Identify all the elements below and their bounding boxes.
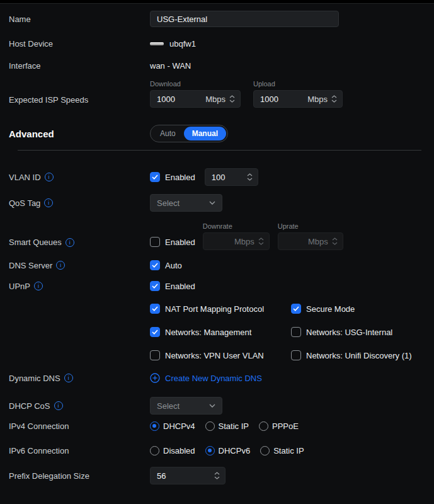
plus-circle-icon [150,373,160,383]
chevron-up-icon[interactable] [331,95,337,98]
network-management-label: Networks: Management [165,328,251,337]
check-icon [152,306,158,311]
info-icon[interactable]: i [45,173,54,181]
ipv4-static-ip-radio[interactable] [205,421,215,431]
secure-mode-checkbox[interactable] [291,304,301,314]
download-label: Download [150,80,241,88]
dynamic-dns-label: Dynamic DNS [9,374,60,383]
prefix-delegation-stepper[interactable]: 56 [150,467,226,484]
chevron-down-icon[interactable] [247,178,253,181]
vlan-enabled-checkbox[interactable] [150,172,160,182]
chevron-up-icon[interactable] [247,173,253,176]
name-row: Name [9,11,425,27]
dns-server-label: DNS Server [9,261,52,270]
uprate-placeholder: Mbps [308,237,328,246]
host-device-label: Host Device [9,39,150,49]
qos-tag-row: QoS Tag i Select [9,194,425,212]
secure-mode-label: Secure Mode [306,304,355,314]
prefix-delegation-row: Prefix Delegation Size 56 [9,467,425,484]
info-icon[interactable]: i [66,238,74,247]
vlan-id-stepper[interactable]: 100 [205,168,258,186]
downrate-placeholder: Mbps [234,237,254,246]
nat-pmp-checkbox[interactable] [150,304,160,314]
uprate-stepper[interactable]: Mbps [278,232,343,250]
dynamic-dns-row: Dynamic DNS i Create New Dynamic DNS [9,371,425,385]
chevron-down-icon[interactable] [332,242,338,245]
toggle-option-manual[interactable]: Manual [184,127,226,140]
ipv4-pppoe-radio[interactable] [259,421,268,431]
upload-stepper[interactable]: 1000 Mbps [253,90,343,108]
ipv6-disabled-radio[interactable] [150,446,159,455]
vlan-enabled-label: Enabled [165,173,195,182]
info-icon[interactable]: i [44,198,53,207]
download-stepper[interactable]: 1000 Mbps [150,90,241,108]
prefix-delegation-label: Prefix Delegation Size [9,471,150,481]
create-dynamic-dns-link[interactable]: Create New Dynamic DNS [150,373,262,383]
nat-pmp-label: NAT Port Mapping Protocol [165,304,264,314]
upnp-options-grid: NAT Port Mapping Protocol Secure Mode Ne… [150,302,425,362]
chevron-up-icon[interactable] [258,238,264,241]
ipv6-connection-row: IPv6 Connection Disabled DHCPv6 Static I… [9,444,425,457]
qos-tag-placeholder: Select [157,198,180,208]
upnp-row: UPnP i Enabled [9,279,425,293]
section-divider [18,150,421,151]
check-icon [152,263,158,268]
gateway-device-icon [150,42,164,45]
network-usg-internal-checkbox[interactable] [291,327,301,337]
download-unit: Mbps [205,94,226,104]
info-icon[interactable]: i [34,282,43,290]
dns-server-row: DNS Server i Auto [9,258,425,272]
chevron-down-icon[interactable] [258,242,264,245]
name-input[interactable] [150,11,339,27]
smart-queues-row: Smart Queues i Enabled Downrate Mbps Upr… [9,222,425,250]
dhcp-cos-select[interactable]: Select [150,397,222,415]
dhcp-cos-row: DHCP CoS i Select [9,397,425,415]
ipv4-connection-label: IPv4 Connection [9,421,150,431]
qos-tag-select[interactable]: Select [150,194,222,212]
ipv6-dhcpv6-label: DHCPv6 [219,446,251,455]
network-management-checkbox[interactable] [150,327,160,337]
stepper-chevrons [214,472,220,479]
ipv6-static-ip-radio[interactable] [260,446,270,455]
advanced-heading: Advanced [9,129,150,139]
ipv4-dhcpv4-radio[interactable] [150,421,159,431]
network-vpn-user-vlan-label: Networks: VPN User VLAN [165,351,264,360]
network-vpn-user-vlan-checkbox[interactable] [150,350,160,360]
chevron-up-icon[interactable] [229,95,235,98]
network-usg-internal-label: Networks: USG-Internal [306,328,392,337]
dns-auto-checkbox[interactable] [150,260,160,270]
downrate-stepper[interactable]: Mbps [203,232,270,250]
vlan-id-row: VLAN ID i Enabled 100 [9,168,425,186]
upload-value[interactable]: 1000 [260,94,304,104]
chevron-up-icon[interactable] [214,472,220,475]
network-unifi-discovery-checkbox[interactable] [291,350,301,360]
chevron-down-icon[interactable] [331,100,337,103]
vlan-id-value[interactable]: 100 [212,173,243,182]
upnp-enabled-label: Enabled [165,282,195,291]
upnp-enabled-checkbox[interactable] [150,281,160,291]
dhcp-cos-placeholder: Select [157,401,180,411]
dhcp-cos-label: DHCP CoS [9,401,50,411]
interface-label: Interface [9,61,150,71]
stepper-chevrons [258,238,264,245]
ipv6-dhcpv6-radio[interactable] [205,446,215,455]
prefix-delegation-value[interactable]: 56 [157,471,210,481]
chevron-down-icon[interactable] [214,476,220,479]
smart-queues-label: Smart Queues [9,238,62,247]
info-icon[interactable]: i [54,401,63,410]
info-icon[interactable]: i [56,261,65,270]
toggle-option-auto[interactable]: Auto [152,127,184,140]
ipv6-connection-label: IPv6 Connection [9,446,150,455]
dns-auto-label: Auto [165,261,182,270]
ipv4-connection-row: IPv4 Connection DHCPv4 Static IP PPPoE [9,419,425,433]
chevron-down-icon[interactable] [229,100,235,103]
info-icon[interactable]: i [64,374,73,382]
smart-queues-enabled-label: Enabled [165,238,195,247]
check-icon [152,329,158,335]
qos-tag-label: QoS Tag [9,198,40,208]
interface-row: Interface wan - WAN [9,59,425,72]
smart-queues-enabled-checkbox[interactable] [150,237,160,247]
chevron-down-icon [209,404,215,408]
download-value[interactable]: 1000 [157,94,202,104]
chevron-up-icon[interactable] [332,238,338,241]
